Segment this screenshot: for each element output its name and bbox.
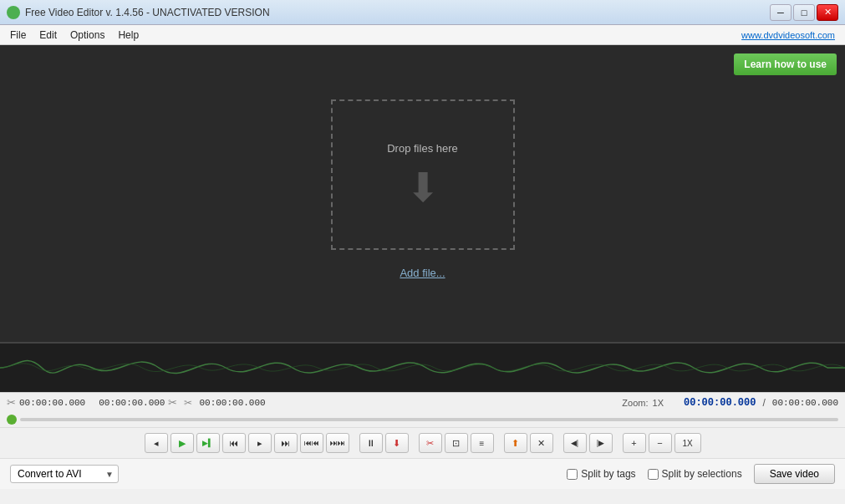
step-forward-button[interactable]: ▸ [248, 433, 272, 453]
waveform-display [0, 342, 845, 392]
svg-rect-0 [0, 344, 845, 392]
cut-button[interactable]: ✂ [419, 433, 442, 453]
window-controls: ─ □ ✕ [770, 4, 838, 21]
split-selections-text: Split by selections [662, 468, 742, 480]
bottom-bar: Convert to AVI Convert to MP4 Convert to… [0, 458, 845, 489]
zoom-in-button[interactable]: + [623, 433, 646, 453]
menu-file[interactable]: File [3, 28, 33, 43]
menu-help[interactable]: Help [111, 28, 145, 43]
app-icon [7, 6, 20, 19]
drop-arrow-icon: ⬇ [406, 168, 440, 208]
zoom-out-button[interactable]: − [649, 433, 672, 453]
step-back-button[interactable]: ◂ [145, 433, 168, 453]
split-tags-label[interactable]: Split by tags [567, 468, 635, 480]
fast-back-button[interactable]: ⏮⏮ [300, 433, 323, 453]
options-group: Split by tags Split by selections Save v… [567, 464, 835, 484]
waveform-svg [0, 344, 845, 392]
add-file-link[interactable]: Add file... [400, 267, 445, 279]
split-tags-text: Split by tags [581, 468, 635, 480]
play-button[interactable]: ▶ [171, 433, 194, 453]
current-time-display: 00:00:00.000 [684, 397, 756, 409]
delete-clip-button[interactable]: ✕ [530, 433, 553, 453]
prev-frame-button[interactable]: ◀| [563, 433, 587, 453]
drop-text: Drop files here [387, 142, 458, 155]
maximize-button[interactable]: □ [793, 4, 815, 21]
format-selector-wrapper: Convert to AVI Convert to MP4 Convert to… [10, 465, 119, 483]
fast-forward-button[interactable]: ⏭⏭ [326, 433, 349, 453]
format-select[interactable]: Convert to AVI Convert to MP4 Convert to… [10, 465, 119, 483]
split-tags-checkbox[interactable] [567, 469, 578, 480]
window-title: Free Video Editor v. 1.4.56 - UNACTIVATE… [25, 7, 770, 18]
save-video-button[interactable]: Save video [754, 464, 835, 484]
progress-row [0, 412, 845, 427]
split-selections-label[interactable]: Split by selections [648, 468, 742, 480]
cut-end-icon: ✂ [168, 396, 177, 409]
export-clip-button[interactable]: ⬆ [504, 433, 527, 453]
playback-controls: ◂ ▶ ▶▍ ⏮ ▸ ⏭ ⏮⏮ ⏭⏭ ⏸ ⬇ ✂ ⊡ ≡ ⬆ ✕ ◀| |▶ +… [0, 427, 845, 458]
skip-start-button[interactable]: ⏮ [222, 433, 246, 453]
website-link[interactable]: www.dvdvideosoft.com [741, 30, 835, 40]
drop-zone[interactable]: Drop files here ⬇ [331, 99, 515, 250]
cut-start-time: 00:00:00.000 [19, 398, 85, 408]
cut-end-time: 00:00:00.000 [199, 398, 265, 408]
next-frame-button[interactable]: |▶ [589, 433, 613, 453]
time-separator: / [762, 397, 765, 409]
learn-how-button[interactable]: Learn how to use [734, 53, 837, 75]
equalizer-button[interactable]: ≡ [471, 433, 494, 453]
menu-options[interactable]: Options [64, 28, 111, 43]
minimize-button[interactable]: ─ [770, 4, 792, 21]
menu-edit[interactable]: Edit [33, 28, 64, 43]
clip-button[interactable]: ⊡ [445, 433, 468, 453]
close-button[interactable]: ✕ [817, 4, 838, 21]
split-selections-checkbox[interactable] [648, 469, 659, 480]
playhead-indicator [7, 415, 17, 425]
progress-slider[interactable] [20, 418, 838, 421]
cut-middle-time: 00:00:00.000 [99, 398, 165, 408]
total-time-display: 00:00:00.000 [772, 398, 838, 408]
video-area: Learn how to use Drop files here ⬇ Add f… [0, 45, 845, 342]
play-smooth-button[interactable]: ▶▍ [196, 433, 220, 453]
pause-button[interactable]: ⏸ [359, 433, 383, 453]
zoom-label: Zoom: 1X [622, 398, 664, 408]
skip-end-button[interactable]: ⏭ [274, 433, 298, 453]
menu-bar: File Edit Options Help www.dvdvideosoft.… [0, 25, 845, 45]
cut-start-icon: ✂ [7, 396, 16, 409]
zoom-reset-button[interactable]: 1X [674, 433, 701, 453]
title-bar: Free Video Editor v. 1.4.56 - UNACTIVATE… [0, 0, 845, 25]
export-button[interactable]: ⬇ [385, 433, 409, 453]
timeline-bar: ✂ 00:00:00.000 00:00:00.000 ✂ ✂ 00:00:00… [0, 392, 845, 412]
